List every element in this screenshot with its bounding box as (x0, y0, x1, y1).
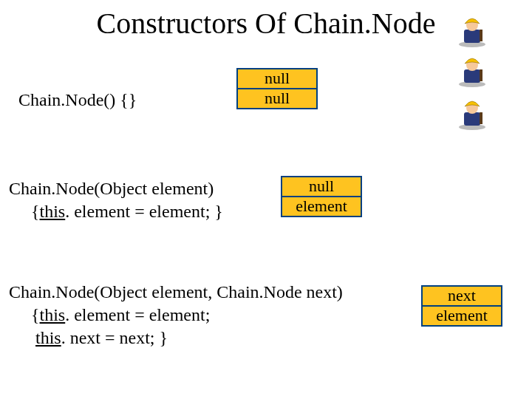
constructor1-code: Chain.Node() {} (18, 89, 137, 112)
svg-rect-7 (480, 69, 482, 81)
constructor3-code: Chain.Node(Object element, Chain.Node ne… (9, 281, 343, 350)
node-box-element: element (421, 306, 502, 327)
worker-icon (457, 53, 488, 87)
node-box-next: null (281, 176, 362, 197)
page-title: Constructors Of Chain.Node (0, 6, 532, 41)
node-box-element: null (236, 89, 318, 109)
worker-icon (457, 13, 488, 47)
svg-rect-3 (480, 30, 482, 41)
node-box-next: next (421, 285, 502, 306)
svg-rect-1 (464, 30, 480, 43)
constructor2-code: Chain.Node(Object element) {this. elemen… (9, 177, 223, 223)
svg-rect-5 (464, 69, 480, 83)
node-box-next: null (236, 68, 318, 89)
svg-rect-9 (464, 112, 480, 126)
svg-rect-11 (480, 112, 482, 124)
worker-icon (457, 96, 488, 130)
node-box-element: element (281, 197, 362, 217)
